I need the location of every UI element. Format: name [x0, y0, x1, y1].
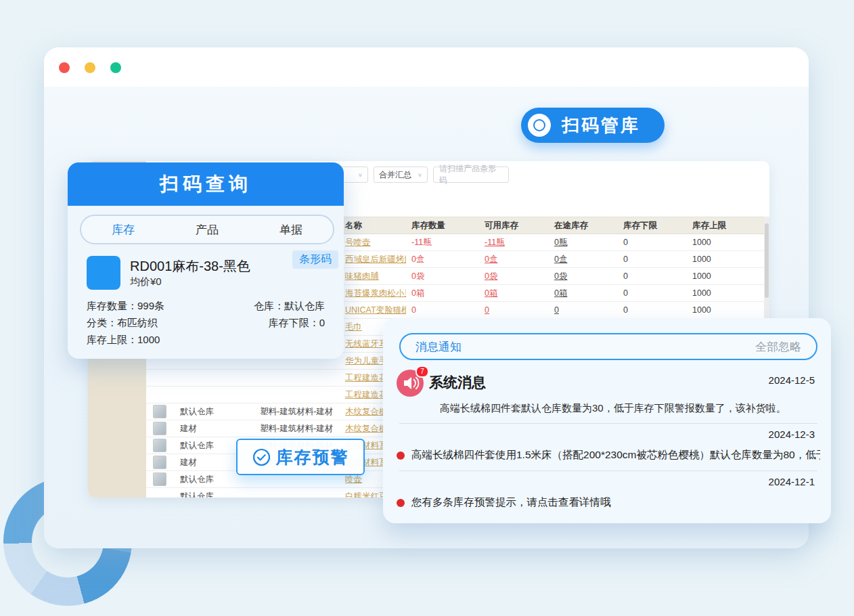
barcode-scan-input[interactable]: 请扫描产品条形码	[433, 167, 509, 183]
cell-category: 塑料-建筑材料-建材	[254, 420, 340, 437]
query-min: 库存下限：0	[269, 317, 325, 330]
header-qty: 库存数量	[406, 217, 479, 234]
divider	[399, 470, 817, 471]
query-category: 分类：布匹纺织	[87, 317, 158, 330]
transit-stock-link[interactable]: 0盒	[554, 255, 567, 264]
scan-query-card: 扫码查询 库存 产品 单据 条形码 RD001麻布-38-黑色 均价¥0 库存数…	[68, 162, 344, 359]
header-min: 库存下限	[618, 217, 687, 234]
cell-qty: 0盒	[406, 251, 479, 267]
cell-category: 塑料-建筑材料-建材	[254, 403, 340, 420]
unread-count-badge: 7	[415, 366, 429, 378]
cell-min: 0	[618, 234, 687, 250]
merge-select-value: 合并汇总	[379, 169, 411, 181]
product-thumbnail	[153, 405, 166, 418]
product-thumbnail	[153, 422, 166, 435]
cell-category	[254, 370, 340, 386]
query-qty: 库存数量：999条	[87, 300, 164, 313]
cell-warehouse: 默认仓库	[175, 488, 254, 498]
available-stock-link[interactable]: 0	[485, 305, 489, 315]
cell-min: 0	[618, 285, 687, 301]
product-name-link[interactable]: 海苔爆浆肉松小贝面包整...	[345, 288, 406, 298]
cell-max: 1000	[687, 251, 764, 267]
cell-max: 1000	[687, 234, 764, 250]
cell-warehouse: 建材	[175, 420, 254, 437]
cell-qty: -11瓶	[406, 234, 479, 250]
header-transit: 在途库存	[549, 217, 618, 234]
message-date: 2024-12-3	[769, 428, 815, 440]
query-product-name: RD001麻布-38-黑色	[130, 257, 250, 276]
cell-min: 0	[618, 251, 687, 267]
notification-card: 消息通知 全部忽略 7 系统消息 2024-12-5 高端长绒棉四件套默认仓库数…	[383, 318, 831, 523]
red-dot-icon	[397, 452, 405, 460]
stock-warning-label: 库存预警	[276, 446, 349, 468]
notification-item[interactable]: 高端长绒棉四件套使用1.5米床（搭配200*230cm被芯粉色樱桃）默认仓库数量…	[397, 448, 820, 462]
notification-text: 高端长绒棉四件套使用1.5米床（搭配200*230cm被芯粉色樱桃）默认仓库数量…	[411, 448, 820, 462]
cell-qty: 0	[406, 302, 479, 318]
notification-header: 消息通知 全部忽略	[399, 333, 817, 360]
message-date: 2024-12-1	[769, 476, 815, 487]
transit-stock-link[interactable]: 0	[554, 305, 559, 315]
divider	[399, 423, 817, 424]
scrollbar-thumb[interactable]	[765, 223, 769, 298]
available-stock-link[interactable]: 0箱	[485, 288, 497, 298]
traffic-light-close-button[interactable]	[59, 62, 70, 73]
red-dot-icon	[397, 499, 405, 507]
cell-min: 0	[618, 268, 687, 284]
product-name-link[interactable]: UNICAT变脸猫檀木香护...	[345, 305, 406, 315]
chevron-down-icon: ∨	[358, 172, 363, 178]
chevron-down-icon: ∨	[418, 172, 422, 178]
cell-max: 1000	[687, 285, 764, 301]
cell-max: 1000	[687, 302, 764, 318]
available-stock-link[interactable]: 0盒	[485, 255, 497, 264]
tab-inventory[interactable]: 库存	[81, 222, 165, 238]
scan-manage-badge[interactable]: 扫码管库	[521, 108, 665, 143]
product-name-link[interactable]: 木纹复合板	[345, 424, 388, 433]
product-name-link[interactable]: 木纹复合板	[345, 407, 388, 416]
cell-max: 1000	[687, 268, 764, 284]
query-warehouse: 仓库：默认仓库	[254, 300, 325, 313]
header-available: 可用库存	[479, 217, 549, 234]
merge-select[interactable]: 合并汇总 ∨	[374, 167, 428, 183]
scan-manage-label: 扫码管库	[562, 114, 640, 137]
message-date: 2024-12-5	[769, 374, 815, 386]
barcode-tag: 条形码	[292, 250, 338, 269]
header-max: 库存上限	[687, 217, 764, 234]
traffic-light-maximize-button[interactable]	[110, 62, 121, 73]
product-name-link[interactable]: 喷壶	[345, 475, 362, 484]
traffic-light-minimize-button[interactable]	[85, 62, 95, 73]
transit-stock-link[interactable]: 0瓶	[554, 238, 567, 247]
scan-circle-icon	[528, 114, 551, 137]
available-stock-link[interactable]: -11瓶	[485, 238, 505, 247]
header-name: 名称	[340, 217, 406, 234]
product-name-link[interactable]: 西域皇后新疆烤奶皮	[345, 255, 406, 264]
available-stock-link[interactable]: 0袋	[485, 271, 497, 281]
cell-warehouse	[175, 387, 254, 403]
product-name-link[interactable]: 味猪肉脯	[345, 271, 379, 281]
transit-stock-link[interactable]: 0袋	[554, 271, 567, 281]
product-thumbnail	[153, 472, 166, 486]
cell-qty: 0箱	[406, 285, 479, 301]
transit-stock-link[interactable]: 0箱	[554, 288, 567, 298]
notification-title: 消息通知	[415, 339, 462, 355]
tab-orders[interactable]: 单据	[249, 222, 333, 238]
stock-warning-button[interactable]: 库存预警	[236, 439, 365, 475]
check-circle-icon	[252, 448, 271, 466]
product-name-link[interactable]: 毛巾	[345, 322, 362, 332]
product-name-link[interactable]: 号喷壶	[345, 238, 371, 247]
cell-warehouse: 默认仓库	[175, 403, 254, 420]
cell-min: 0	[618, 302, 687, 318]
cell-warehouse	[175, 370, 254, 386]
product-thumbnail	[153, 439, 166, 452]
cell-category	[254, 488, 340, 498]
system-message-text[interactable]: 高端长绒棉四件套默认仓库数量为30，低于库存下限警报数量了，该补货啦。	[440, 402, 817, 415]
notification-text: 您有多条库存预警提示，请点击查看详情哦	[411, 496, 611, 510]
tab-product[interactable]: 产品	[165, 222, 249, 238]
query-max: 库存上限：1000	[87, 334, 160, 347]
product-thumbnail	[153, 456, 166, 469]
window-titlebar	[44, 47, 809, 87]
cell-category	[254, 387, 340, 403]
notification-item[interactable]: 您有多条库存预警提示，请点击查看详情哦	[397, 496, 820, 510]
ignore-all-button[interactable]: 全部忽略	[755, 339, 801, 355]
scan-query-title: 扫码查询	[160, 171, 252, 197]
cell-qty: 0袋	[406, 268, 479, 284]
